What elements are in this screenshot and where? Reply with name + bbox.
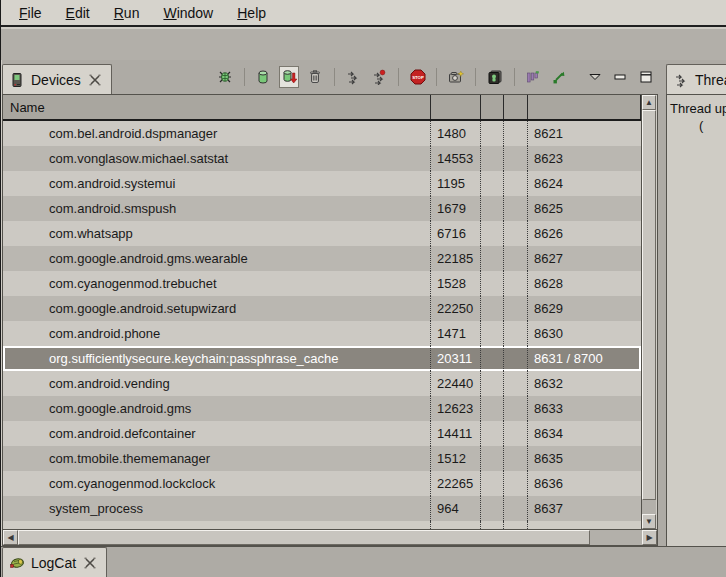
capture-layers-icon[interactable] — [485, 66, 505, 88]
column-header-name[interactable]: Name — [3, 95, 431, 119]
menu-help[interactable]: Help — [227, 2, 276, 24]
menu-file[interactable]: File — [9, 2, 52, 24]
column-header-pid[interactable] — [431, 95, 481, 119]
process-col4 — [504, 271, 528, 296]
process-col4 — [504, 146, 528, 171]
process-name: com.tmobile.thememanager — [3, 446, 431, 471]
table-header[interactable]: Name — [3, 95, 641, 121]
process-port: 8624 — [528, 171, 641, 196]
table-row[interactable]: com.tmobile.thememanager 1512 8635 — [3, 446, 641, 471]
table-body: com.bel.android.dspmanager 1480 8621 com… — [3, 121, 641, 521]
table-row[interactable]: com.android.defcontainer 14411 8634 — [3, 421, 641, 446]
vertical-scroll-thumb[interactable] — [642, 110, 656, 500]
table-row[interactable]: org.sufficientlysecure.keychain:passphra… — [3, 346, 641, 371]
panel-sash[interactable] — [658, 60, 666, 546]
start-profiling-arrow-icon[interactable] — [549, 66, 569, 88]
process-pid: 14553 — [431, 146, 481, 171]
update-threads-icon[interactable] — [344, 66, 364, 88]
toolbar-separator — [514, 68, 515, 86]
process-col3 — [481, 396, 504, 421]
table-row[interactable]: com.cyanogenmod.lockclock 22265 8636 — [3, 471, 641, 496]
process-col4 — [504, 346, 528, 371]
process-col4 — [504, 471, 528, 496]
toolbar-strip — [1, 29, 726, 60]
process-col3 — [481, 271, 504, 296]
start-method-profiling-icon[interactable] — [369, 66, 389, 88]
process-pid: 1679 — [431, 196, 481, 221]
process-col4 — [504, 321, 528, 346]
update-heap-icon[interactable] — [254, 66, 274, 88]
process-name: com.google.android.gms.wearable — [3, 246, 431, 271]
table-row[interactable]: com.google.android.gms 12623 8633 — [3, 396, 641, 421]
dump-hprof-icon[interactable] — [279, 66, 299, 88]
table-row[interactable]: com.cyanogenmod.trebuchet 1528 8628 — [3, 271, 641, 296]
menu-window[interactable]: Window — [153, 2, 223, 24]
vertical-scrollbar[interactable]: ▲ ▼ — [641, 95, 656, 529]
process-port: 8628 — [528, 271, 641, 296]
stop-process-icon[interactable]: STOP — [408, 66, 428, 88]
horizontal-scrollbar[interactable]: ◀ ▶ — [3, 529, 657, 545]
cause-gc-icon[interactable] — [305, 66, 325, 88]
toolbar-separator — [436, 68, 437, 86]
column-header-port[interactable] — [528, 95, 641, 119]
process-col3 — [481, 196, 504, 221]
process-col4 — [504, 246, 528, 271]
process-port: 8625 — [528, 196, 641, 221]
table-row[interactable]: com.google.android.setupwizard 22250 862… — [3, 296, 641, 321]
process-port: 8630 — [528, 321, 641, 346]
horizontal-scroll-thumb[interactable] — [18, 530, 590, 545]
devices-table: Name com.bel.android.dspmanager 1480 — [2, 94, 658, 546]
tab-logcat[interactable]: LogCat — [2, 547, 107, 577]
process-pid: 1471 — [431, 321, 481, 346]
process-pid: 1195 — [431, 171, 481, 196]
process-pid: 20311 — [431, 346, 481, 371]
column-header-a[interactable] — [481, 95, 504, 119]
process-pid: 22265 — [431, 471, 481, 496]
scroll-left-icon[interactable]: ◀ — [3, 530, 18, 545]
table-row[interactable]: system_process 964 8637 — [3, 496, 641, 521]
table-filler — [3, 521, 641, 529]
close-icon[interactable] — [87, 72, 103, 88]
table-row[interactable]: com.android.systemui 1195 8624 — [3, 171, 641, 196]
scroll-down-icon[interactable]: ▼ — [642, 514, 656, 529]
close-icon[interactable] — [82, 555, 98, 571]
table-row[interactable]: com.android.vending 22440 8632 — [3, 371, 641, 396]
process-name: com.android.phone — [3, 321, 431, 346]
process-name: com.google.android.setupwizard — [3, 296, 431, 321]
process-pid: 12623 — [431, 396, 481, 421]
tab-devices[interactable]: Devices — [2, 64, 112, 94]
threads-icon — [673, 72, 689, 88]
allocation-tracker-icon[interactable] — [524, 66, 544, 88]
process-col4 — [504, 196, 528, 221]
threads-panel: Threads Thread up ( — [666, 60, 726, 546]
svg-text:STOP: STOP — [412, 75, 424, 80]
menu-run[interactable]: Run — [104, 2, 150, 24]
screen-capture-icon[interactable] — [446, 66, 466, 88]
process-col3 — [481, 421, 504, 446]
column-header-b[interactable] — [504, 95, 528, 119]
process-port: 8632 — [528, 371, 641, 396]
minimize-icon[interactable] — [611, 66, 631, 88]
debug-process-icon[interactable] — [215, 66, 235, 88]
process-col4 — [504, 171, 528, 196]
table-row[interactable]: com.bel.android.dspmanager 1480 8621 — [3, 121, 641, 146]
menu-edit[interactable]: Edit — [56, 2, 100, 24]
table-row[interactable]: com.android.smspush 1679 8625 — [3, 196, 641, 221]
scroll-right-icon[interactable]: ▶ — [642, 530, 657, 545]
view-menu-icon[interactable] — [585, 66, 605, 88]
table-row[interactable]: com.android.phone 1471 8630 — [3, 321, 641, 346]
table-row[interactable]: com.vonglasow.michael.satstat 14553 8623 — [3, 146, 641, 171]
maximize-icon[interactable] — [636, 66, 656, 88]
process-port: 8627 — [528, 246, 641, 271]
process-name: com.google.android.gms — [3, 396, 431, 421]
logcat-bar: LogCat — [1, 546, 726, 577]
process-col3 — [481, 221, 504, 246]
process-name: com.bel.android.dspmanager — [3, 121, 431, 146]
table-row[interactable]: com.whatsapp 6716 8626 — [3, 221, 641, 246]
scroll-up-icon[interactable]: ▲ — [642, 95, 656, 110]
process-port: 8633 — [528, 396, 641, 421]
process-name: com.android.systemui — [3, 171, 431, 196]
tab-threads[interactable]: Threads — [666, 64, 726, 94]
table-row[interactable]: com.google.android.gms.wearable 22185 86… — [3, 246, 641, 271]
process-name: com.cyanogenmod.lockclock — [3, 471, 431, 496]
